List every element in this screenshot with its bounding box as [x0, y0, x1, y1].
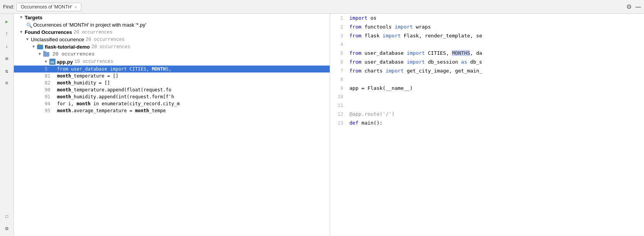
- result-line-81[interactable]: 81 month_temperature = []: [14, 72, 330, 79]
- result-text-91: month_humidity.append(int(request.form[f…: [57, 94, 174, 99]
- filter-icon[interactable]: ≡: [2, 78, 12, 89]
- code-line-5: 5 from user_database import CITIES, MONT…: [330, 49, 644, 58]
- result-text-82: month_humidity = []: [57, 80, 110, 86]
- code-line-8: 8: [330, 76, 644, 84]
- found-count: 20 occurrences: [74, 30, 113, 35]
- file-arrow: ▼: [45, 60, 49, 64]
- minimize-button[interactable]: —: [636, 4, 641, 10]
- result-line-82[interactable]: 82 month_humidity = []: [14, 79, 330, 86]
- result-text-81: month_temperature = []: [57, 73, 118, 79]
- folder-item[interactable]: ▼ 20 occurrences: [14, 51, 330, 58]
- result-text-94: for i, month in enumerate(city_record.ci…: [57, 101, 180, 106]
- folder-icon: [43, 52, 49, 57]
- result-line-5[interactable]: 5 from user_database import CITIES, MONT…: [14, 66, 330, 72]
- find-panel: ▼ Targets 🔍 Occurrences of 'MONTH' in pr…: [14, 14, 330, 236]
- find-tab[interactable]: Occurrences of 'MONTH' ×: [17, 3, 81, 11]
- line-num-90: 90: [45, 87, 56, 93]
- code-content-3: from flask import Flask, render_template…: [349, 32, 482, 40]
- search-desc-item[interactable]: 🔍 Occurrences of 'MONTH' in project with…: [14, 21, 330, 29]
- result-text-5: from user_database import CITIES, MONTHS…: [57, 66, 171, 72]
- line-num-94: 94: [45, 101, 56, 106]
- code-line-9: 9 app = Flask(__name__): [330, 84, 644, 93]
- line-num-95: 95: [45, 108, 56, 113]
- project-count: 20 occurrences: [91, 44, 130, 50]
- line-number-8: 8: [330, 76, 349, 84]
- file-label: app.py: [57, 59, 73, 65]
- result-line-94[interactable]: 94 for i, month in enumerate(city_record…: [14, 100, 330, 107]
- square-icon[interactable]: ☐: [2, 211, 12, 221]
- line-number-7: 7: [330, 67, 349, 76]
- code-content-9: app = Flask(__name__): [349, 84, 413, 93]
- code-content-6: from user_database import db_session as …: [349, 58, 482, 66]
- line-number-6: 6: [330, 58, 349, 67]
- line-number-1: 1: [330, 14, 349, 23]
- file-count: 10 occurrences: [74, 59, 113, 64]
- found-arrow: ▼: [20, 30, 25, 34]
- line-number-3: 3: [330, 32, 349, 40]
- result-text-95: month.average_temperature = month_tempe: [57, 108, 166, 113]
- layout-icon[interactable]: ⊞: [2, 53, 12, 64]
- line-num-81: 81: [45, 73, 56, 79]
- folder-arrow: ▼: [39, 52, 43, 56]
- found-occurrences-item[interactable]: ▼ Found Occurrences 20 occurrences: [14, 29, 330, 36]
- line-num-82: 82: [45, 80, 56, 86]
- code-line-2: 2 from functools import wraps: [330, 23, 644, 32]
- line-num-5: 5: [45, 66, 56, 72]
- unclassified-label: Unclassified occurrence: [31, 37, 84, 42]
- code-content-7: from charts import get_city_image, get_m…: [349, 67, 482, 75]
- up-arrow-icon[interactable]: ↑: [2, 29, 12, 39]
- folder-count: 20 occurrences: [52, 51, 94, 57]
- project-arrow: ▼: [32, 45, 37, 49]
- line-number-13: 13: [330, 119, 349, 128]
- line-number-5: 5: [330, 49, 349, 58]
- line-number-10: 10: [330, 93, 349, 101]
- sidebar-icons: ▶ ↑ ↓ ⊞ ⇅ ≡ ☐ ⚙: [0, 14, 14, 236]
- code-line-10: 10: [330, 93, 644, 101]
- code-line-7: 7 from charts import get_city_image, get…: [330, 67, 644, 76]
- find-label: Find:: [3, 4, 14, 10]
- unclassified-arrow: ▼: [26, 37, 31, 42]
- project-icon: [37, 45, 43, 49]
- bottom-settings-icon[interactable]: ⚙: [2, 223, 12, 234]
- line-number-9: 9: [330, 84, 349, 93]
- main-layout: ▶ ↑ ↓ ⊞ ⇅ ≡ ☐ ⚙ ▼ Targets 🔍 Occurrences …: [0, 14, 644, 236]
- line-num-91: 91: [45, 94, 56, 99]
- code-line-12: 12 @app.route('/'): [330, 110, 644, 119]
- settings-button[interactable]: ⚙: [626, 3, 632, 10]
- code-line-13: 13 def main():: [330, 119, 644, 128]
- search-desc: Occurrences of 'MONTH' in project with m…: [33, 22, 146, 28]
- code-content-2: from functools import wraps: [349, 23, 431, 31]
- code-line-1: 1 import os: [330, 14, 644, 23]
- targets-item[interactable]: ▼ Targets: [14, 14, 330, 21]
- result-line-91[interactable]: 91 month_humidity.append(int(request.for…: [14, 93, 330, 100]
- search-icon: 🔍: [26, 22, 32, 28]
- top-bar-right: ⚙ —: [626, 3, 641, 10]
- project-item[interactable]: ▼ flask-tutorial-demo 20 occurrences: [14, 43, 330, 51]
- code-content-5: from user_database import CITIES, MONTHS…: [349, 49, 482, 57]
- line-number-12: 12: [330, 110, 349, 119]
- code-line-4: 4: [330, 40, 644, 49]
- close-tab-icon[interactable]: ×: [74, 5, 77, 9]
- code-line-11: 11: [330, 101, 644, 110]
- targets-label: Targets: [25, 15, 42, 20]
- file-item[interactable]: ▼ py app.py 10 occurrences: [14, 58, 330, 66]
- result-text-90: month_temperature.append(float(request.f…: [57, 87, 171, 93]
- code-panel: 1 import os 2 from functools import wrap…: [330, 14, 644, 236]
- line-number-11: 11: [330, 101, 349, 110]
- code-content-12: @app.route('/'): [349, 110, 394, 118]
- result-line-90[interactable]: 90 month_temperature.append(float(reques…: [14, 86, 330, 93]
- sort-icon[interactable]: ⇅: [2, 66, 12, 76]
- python-file-icon: py: [49, 59, 56, 65]
- down-arrow-icon[interactable]: ↓: [2, 41, 12, 52]
- code-content-13: def main():: [349, 119, 383, 127]
- tab-title: Occurrences of 'MONTH': [21, 4, 72, 10]
- line-number-2: 2: [330, 23, 349, 32]
- top-bar: Find: Occurrences of 'MONTH' × ⚙ —: [0, 0, 644, 14]
- run-icon[interactable]: ▶: [2, 16, 12, 27]
- code-line-3: 3 from flask import Flask, render_templa…: [330, 32, 644, 40]
- targets-arrow: ▼: [20, 15, 25, 20]
- unclassified-count: 20 occurrences: [86, 37, 125, 42]
- result-line-95[interactable]: 95 month.average_temperature = month_tem…: [14, 107, 330, 114]
- code-line-6: 6 from user_database import db_session a…: [330, 58, 644, 67]
- unclassified-item[interactable]: ▼ Unclassified occurrence 20 occurrences: [14, 36, 330, 43]
